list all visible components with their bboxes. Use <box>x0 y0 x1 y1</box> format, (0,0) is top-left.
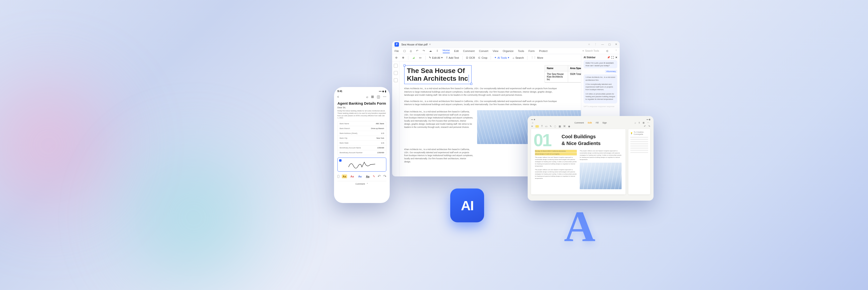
kebab-icon[interactable]: ⋮ <box>594 43 597 46</box>
zoom-out-icon[interactable]: ⊖ <box>395 56 398 60</box>
tab-sign[interactable]: Sign <box>602 121 607 124</box>
tab-fill[interactable]: Fill <box>596 121 598 124</box>
search-button[interactable]: ⌕Search <box>513 56 524 59</box>
attachment-icon[interactable] <box>394 78 398 82</box>
tab-comment[interactable]: Comment <box>575 121 584 124</box>
image-icon[interactable]: ▦ <box>559 125 561 128</box>
add-text-button[interactable]: TAdd Text <box>446 56 459 59</box>
expand-icon[interactable]: ⛶ <box>612 56 614 59</box>
checkbox-icon[interactable] <box>337 175 339 178</box>
field-row[interactable]: Bank CityNew York <box>338 136 386 141</box>
menu-file[interactable]: File <box>395 49 399 52</box>
separator <box>425 56 426 60</box>
grid-icon[interactable]: ⊞ <box>643 121 645 124</box>
close-panel-icon[interactable]: ✕ <box>615 56 617 59</box>
pin-icon[interactable]: 📌 <box>607 56 610 59</box>
style-red[interactable]: Aa <box>349 175 355 178</box>
redo-icon[interactable]: ↷ <box>423 49 425 52</box>
tab-edit[interactable]: Edit <box>588 121 592 124</box>
tablet-col-1: Monday, 01 March 2023 // California elem… <box>535 150 577 189</box>
redo-icon[interactable]: ↷ <box>648 125 650 128</box>
bookmark-icon[interactable]: ◫ <box>377 95 380 99</box>
back-icon[interactable]: ‹ <box>337 95 339 99</box>
summary-chip[interactable]: #Summary <box>605 70 617 73</box>
menu-convert[interactable]: Convert <box>479 49 489 52</box>
stamp-icon[interactable]: ◉ <box>568 125 570 128</box>
tablet-side-panel: 💡To Creative-Concepeta <box>628 129 650 194</box>
collapse-icon[interactable]: ⌃ <box>615 49 617 52</box>
shape-icon[interactable]: ▭ <box>418 56 422 60</box>
close-icon[interactable]: ✕ <box>615 43 617 46</box>
redo-icon[interactable]: ↷ <box>383 174 386 179</box>
doc-title-line1: The Sea House Of <box>407 67 469 75</box>
text-format-bar: Aa Aa Aa Aa ✎ ↶ ↷ <box>337 174 386 179</box>
home-icon[interactable]: ⌂ <box>532 121 533 124</box>
search-icon[interactable]: ⌕ <box>635 121 636 124</box>
style-blue[interactable]: Aa <box>357 175 363 178</box>
close-tab-icon[interactable]: ✕ <box>429 43 431 46</box>
menu-tools[interactable]: Tools <box>518 49 524 52</box>
share-icon[interactable]: ⇪ <box>638 121 640 124</box>
more-icon[interactable]: ⋯ <box>647 121 649 124</box>
shape-tool-icon[interactable]: ▭ <box>545 125 547 128</box>
pen-icon[interactable]: ✎ <box>373 175 375 178</box>
undo-icon[interactable]: ↶ <box>378 174 381 179</box>
search-icon[interactable]: ⌕ <box>366 95 368 99</box>
more-button[interactable]: ⋮⋮More <box>531 56 543 59</box>
close-icon[interactable]: ✕ <box>531 125 533 128</box>
pen-tool-icon[interactable]: ✎ <box>550 125 552 128</box>
menu-home[interactable]: Home <box>443 49 450 53</box>
undo-icon[interactable]: ↶ <box>644 125 646 128</box>
menu-form[interactable]: Form <box>528 49 535 52</box>
menu-edit[interactable]: Edit <box>454 49 459 52</box>
search-tools[interactable]: ✦ Search Tools <box>582 49 599 52</box>
crop-button[interactable]: ⊏Crop <box>478 56 487 59</box>
field-row[interactable]: Beneficiary Account Name1356489 <box>338 145 386 150</box>
ai-input-placeholder[interactable]: GPT's response response response <box>584 105 617 108</box>
field-row[interactable]: Beneficiary Account Number1356489 <box>338 150 386 155</box>
link-icon[interactable]: ⌘ <box>563 125 566 128</box>
menu-comment[interactable]: Comment <box>463 49 475 52</box>
save-icon[interactable]: ⎙ <box>410 49 412 52</box>
pin-icon[interactable]: ⇩ <box>436 49 438 52</box>
style-underline[interactable]: Aa <box>365 175 370 178</box>
eraser-icon[interactable]: ◌ <box>554 125 556 128</box>
thumbnail-icon[interactable] <box>394 64 398 68</box>
tablet-page[interactable]: 01 Cool Buildings & Nice Gradients Monda… <box>531 129 625 194</box>
field-row[interactable]: Bank NameABC Bank <box>338 121 386 126</box>
tablet-body: 01 Cool Buildings & Nice Gradients Monda… <box>531 129 650 194</box>
ai-tools-button[interactable]: ✦AI Tools▾ <box>494 56 509 59</box>
bookmark-icon[interactable] <box>394 71 398 75</box>
notification-icon[interactable]: ○ <box>588 43 590 46</box>
comment-bar[interactable]: Comment ⌃ <box>337 181 386 187</box>
tablet-device: ••• ◈ ▪▪▪ ▮ ⌂ Comment Edit Fill Sign ⌕ ⇪… <box>528 116 654 201</box>
more-icon[interactable]: ⋯ <box>383 95 386 99</box>
maximize-icon[interactable]: ▢ <box>608 43 611 46</box>
open-icon[interactable]: ▢ <box>403 49 406 52</box>
text-tool-icon[interactable]: T <box>541 125 543 128</box>
appearance-icon[interactable]: ◐ <box>606 49 609 52</box>
field-row[interactable]: Bank StateU.S <box>338 141 386 145</box>
highlight-icon[interactable]: ◢ <box>412 56 415 60</box>
grid-icon[interactable]: ⊞ <box>371 95 374 99</box>
edit-all-button[interactable]: ✎Edit All▾ <box>429 56 443 59</box>
selected-title-block[interactable]: The Sea House Of Klan Architects Inc <box>404 65 471 84</box>
menu-organize[interactable]: Organize <box>503 49 514 52</box>
zoom-in-icon[interactable]: ⊕ <box>401 56 405 60</box>
highlight-yellow-icon[interactable] <box>535 125 539 128</box>
ocr-button[interactable]: ⊡OCR <box>466 56 475 59</box>
menu-protect[interactable]: Protect <box>539 49 548 52</box>
menu-view[interactable]: View <box>493 49 498 52</box>
document-tab[interactable]: Sea House of klan.pdf ✕ <box>401 43 431 46</box>
wifi-icon: ◈ <box>382 90 384 93</box>
cloud-icon[interactable]: ☁ <box>429 49 432 52</box>
tablet-title-l1: Cool Buildings <box>562 134 622 139</box>
style-yellow[interactable]: Aa <box>342 175 347 178</box>
undo-icon[interactable]: ↶ <box>416 49 418 52</box>
minimize-icon[interactable]: — <box>601 43 604 46</box>
titlebar: P Sea House of klan.pdf ✕ ○ ⋮ — ▢ ✕ <box>392 41 620 48</box>
field-row[interactable]: Bank BranchDrive-up Branch <box>338 126 386 131</box>
signature-field[interactable] <box>337 157 386 172</box>
field-row[interactable]: Bank Address (Street)U.S <box>338 131 386 136</box>
summary-item-3: 3.It relies on photovoltaic panels for h… <box>586 93 615 101</box>
